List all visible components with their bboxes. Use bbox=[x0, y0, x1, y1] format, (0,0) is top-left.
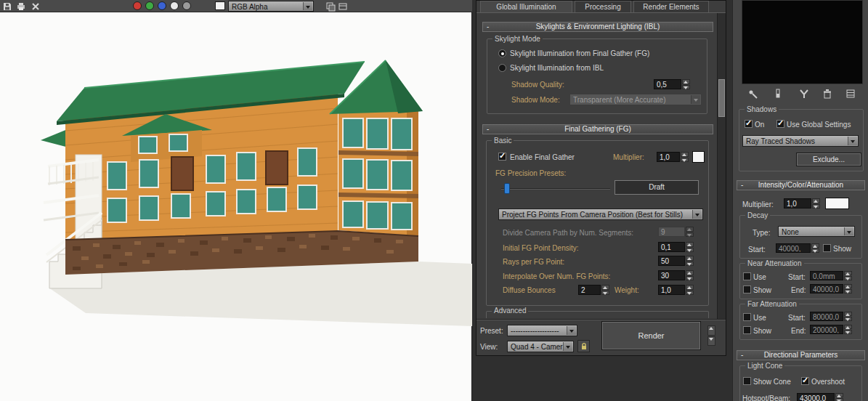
interpolate-fg-points-field[interactable]: 30 bbox=[658, 270, 685, 280]
command-panel: Shadows On Use Global Settings Ray Trace… bbox=[732, 0, 868, 401]
near-use-checkbox[interactable] bbox=[743, 272, 751, 280]
show-cone-label[interactable]: Show Cone bbox=[753, 378, 791, 386]
rendered-house-image bbox=[0, 12, 472, 401]
fg-projection-mode-dropdown[interactable]: Project FG Points From Camera Position (… bbox=[498, 208, 703, 220]
fg-projection-mode-value: Project FG Points From Camera Position (… bbox=[502, 211, 683, 219]
light-multiplier-spinner[interactable] bbox=[812, 198, 820, 208]
dialog-scrollbar[interactable] bbox=[717, 13, 726, 319]
tab-global-illumination[interactable]: Global Illumination bbox=[480, 1, 572, 12]
configure-modifier-sets-icon[interactable] bbox=[842, 86, 859, 100]
remove-modifier-icon[interactable] bbox=[819, 86, 836, 100]
tab-render-elements[interactable]: Render Elements bbox=[633, 1, 709, 12]
decay-show-label[interactable]: Show bbox=[833, 245, 851, 254]
skylight-ibl-radio[interactable] bbox=[498, 64, 506, 72]
blue-channel-button[interactable] bbox=[158, 1, 166, 10]
hotspot-beam-field[interactable]: 43000,0 bbox=[797, 393, 835, 401]
decay-type-dropdown[interactable]: None bbox=[778, 226, 855, 237]
fg-multiplier-label: Multiplier: bbox=[613, 153, 644, 162]
near-use-label[interactable]: Use bbox=[753, 273, 766, 282]
far-show-checkbox[interactable] bbox=[743, 326, 751, 334]
monochrome-button[interactable] bbox=[182, 1, 191, 10]
skylight-ibl-radio-label[interactable]: Skylight Illumination from IBL bbox=[510, 64, 604, 73]
shadows-on-checkbox[interactable] bbox=[745, 120, 753, 128]
near-end-field[interactable]: 40000,0 bbox=[810, 284, 843, 293]
exclude-button[interactable]: Exclude... bbox=[797, 153, 861, 166]
show-cone-checkbox[interactable] bbox=[743, 377, 751, 385]
dialog-scrollbar-thumb[interactable] bbox=[718, 79, 725, 117]
shadow-quality-spinner[interactable] bbox=[682, 79, 690, 89]
use-global-settings-checkbox[interactable] bbox=[776, 120, 784, 128]
rollout-final-gathering-header[interactable]: Final Gathering (FG) bbox=[482, 124, 713, 134]
alpha-channel-button[interactable] bbox=[170, 1, 179, 10]
decay-show-checkbox[interactable] bbox=[823, 244, 831, 252]
shadow-mode-dropdown[interactable]: Transparent (More Accurate) bbox=[569, 94, 702, 105]
green-channel-button[interactable] bbox=[145, 1, 154, 10]
make-unique-icon[interactable] bbox=[795, 86, 813, 100]
decay-start-field[interactable]: 40000, bbox=[776, 243, 811, 253]
decay-start-spinner[interactable] bbox=[811, 243, 819, 253]
view-lock-button[interactable] bbox=[577, 340, 590, 352]
tab-processing[interactable]: Processing bbox=[575, 1, 631, 12]
far-use-checkbox[interactable] bbox=[743, 313, 751, 321]
background-color-swatch[interactable] bbox=[215, 1, 225, 10]
near-show-checkbox[interactable] bbox=[743, 285, 751, 293]
near-start-field[interactable]: 0,0mm bbox=[810, 271, 843, 280]
rollout-directional-header[interactable]: Directional Parameters bbox=[737, 350, 865, 360]
save-image-icon[interactable] bbox=[1, 1, 12, 12]
enable-final-gather-label[interactable]: Enable Final Gather bbox=[510, 153, 575, 162]
near-show-label[interactable]: Show bbox=[753, 286, 771, 295]
interpolate-fg-points-spinner[interactable] bbox=[686, 270, 694, 280]
view-dropdown[interactable]: Quad 4 - Camer bbox=[507, 341, 574, 352]
overshoot-label[interactable]: Overshoot bbox=[811, 378, 845, 386]
red-channel-button[interactable] bbox=[133, 1, 142, 10]
fg-multiplier-field[interactable]: 1,0 bbox=[657, 152, 680, 162]
initial-fg-point-density-spinner[interactable] bbox=[686, 242, 694, 252]
initial-fg-point-density-field[interactable]: 0,1 bbox=[658, 242, 685, 252]
rays-per-fg-point-field[interactable]: 50 bbox=[658, 256, 685, 266]
skylight-fg-radio-label[interactable]: Skylight Illumination from Final Gather … bbox=[510, 49, 649, 58]
near-end-spinner[interactable] bbox=[844, 284, 852, 293]
far-start-spinner[interactable] bbox=[844, 312, 852, 321]
pin-stack-icon[interactable] bbox=[745, 86, 762, 100]
preset-dropdown[interactable]: -------------------- bbox=[507, 325, 577, 336]
shadow-quality-field[interactable]: 0,5 bbox=[654, 79, 681, 89]
clone-window-icon[interactable] bbox=[325, 1, 336, 12]
fg-weight-field[interactable]: 1,0 bbox=[658, 285, 685, 295]
fg-multiplier-spinner[interactable] bbox=[681, 152, 689, 162]
light-color-swatch[interactable] bbox=[825, 198, 849, 209]
enable-final-gather-checkbox[interactable] bbox=[498, 153, 506, 161]
rollout-intensity-header[interactable]: Intensity/Color/Attenuation bbox=[737, 180, 865, 190]
shadows-on-label[interactable]: On bbox=[755, 121, 764, 129]
clear-icon[interactable] bbox=[30, 1, 41, 12]
diffuse-bounces-spinner[interactable] bbox=[601, 285, 609, 295]
rollout-skylights-header[interactable]: Skylights & Environment Lighting (IBL) bbox=[482, 22, 713, 32]
far-show-label[interactable]: Show bbox=[753, 327, 771, 336]
near-start-spinner[interactable] bbox=[844, 271, 852, 280]
render-button[interactable]: Render bbox=[602, 322, 700, 349]
print-icon[interactable] bbox=[15, 1, 26, 12]
far-end-spinner[interactable] bbox=[844, 325, 852, 334]
print-image-icon[interactable] bbox=[337, 1, 348, 12]
fg-precision-slider-track[interactable] bbox=[501, 188, 610, 190]
exclude-button-label: Exclude... bbox=[813, 155, 845, 163]
fg-precision-slider-thumb[interactable] bbox=[504, 183, 510, 194]
skylight-fg-radio[interactable] bbox=[498, 49, 506, 57]
footer-scroll-arrows[interactable] bbox=[707, 325, 715, 346]
far-start-field[interactable]: 80000,0 bbox=[810, 312, 843, 321]
divide-camera-path-spinner[interactable] bbox=[686, 227, 694, 237]
fg-weight-spinner[interactable] bbox=[686, 285, 694, 295]
diffuse-bounces-field[interactable]: 2 bbox=[578, 285, 601, 295]
decay-start-label: Start: bbox=[748, 246, 766, 254]
hotspot-beam-spinner[interactable] bbox=[835, 393, 843, 401]
overshoot-checkbox[interactable] bbox=[801, 377, 809, 385]
channel-display-dropdown[interactable]: RGB Alpha bbox=[228, 1, 314, 12]
light-multiplier-field[interactable]: 1,0 bbox=[784, 198, 811, 208]
use-global-settings-label[interactable]: Use Global Settings bbox=[787, 121, 851, 129]
rays-per-fg-point-spinner[interactable] bbox=[686, 256, 694, 266]
fg-multiplier-color-swatch[interactable] bbox=[692, 151, 705, 163]
far-end-field[interactable]: 200000, bbox=[810, 325, 843, 334]
show-end-result-icon[interactable] bbox=[769, 86, 787, 100]
divide-camera-path-field[interactable]: 9 bbox=[658, 227, 685, 237]
far-use-label[interactable]: Use bbox=[753, 314, 766, 323]
shadow-type-dropdown[interactable]: Ray Traced Shadows bbox=[742, 135, 859, 147]
